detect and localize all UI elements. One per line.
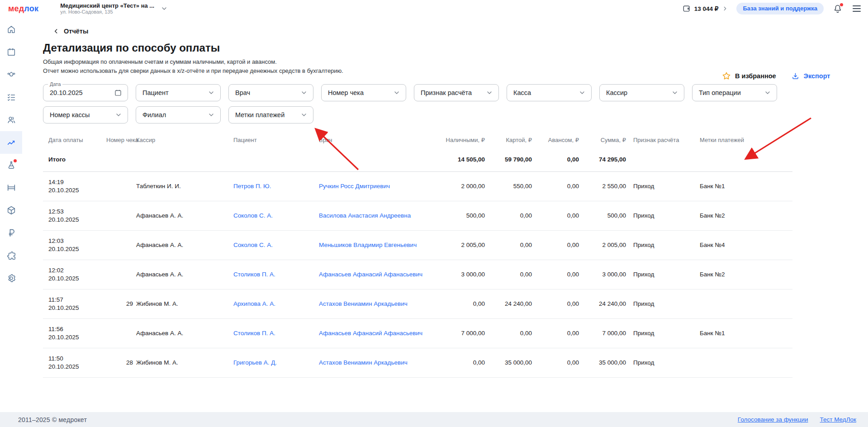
- patient-link[interactable]: Архипова А. А.: [233, 300, 275, 307]
- doctor-link[interactable]: Василова Анастасия Андреевна: [319, 212, 411, 219]
- receipt-cell: [106, 171, 133, 201]
- chevron-down-icon: [300, 89, 308, 96]
- page-subtitle-1: Общая информация по оплаченным счетам и …: [43, 58, 868, 66]
- home-icon: [6, 24, 16, 34]
- finance-ruble-icon: [6, 228, 16, 238]
- total-value: [106, 148, 133, 171]
- payment-datetime-cell: 12:5320.10.2025: [43, 201, 106, 230]
- chevron-down-icon: [115, 111, 122, 119]
- chevron-down-icon: [764, 89, 771, 96]
- doctor-link[interactable]: Астахов Вениамин Аркадьевич: [319, 359, 408, 366]
- filter-receipt-number-label: Номер чека: [328, 89, 364, 96]
- hospital-bed-icon: [6, 183, 16, 193]
- patient-link[interactable]: Столиков П. А.: [233, 271, 275, 278]
- receipt-cell: 29: [106, 289, 133, 318]
- sidebar-item-settings[interactable]: [0, 267, 22, 289]
- column-header: Признак расчёта: [626, 132, 700, 148]
- payment-date: 20.10.2025: [48, 275, 106, 283]
- type-cell: Приход: [626, 230, 700, 260]
- sidebar-item-home[interactable]: [0, 18, 22, 41]
- payment-date: 20.10.2025: [48, 186, 106, 195]
- patient-link[interactable]: Григорьев А. Д.: [233, 359, 277, 366]
- advance-cell: 0,00: [532, 289, 579, 318]
- label-cell: [700, 289, 792, 318]
- doctor-cell: Астахов Вениамин Аркадьевич: [317, 348, 430, 377]
- type-cell: Приход: [626, 260, 700, 289]
- chevron-down-icon: [393, 89, 400, 96]
- chevron-down-icon: [579, 89, 586, 96]
- medlock-logo: медлок: [8, 5, 38, 13]
- knowledge-base-button[interactable]: База знаний и поддержка: [736, 3, 824, 14]
- favorite-button[interactable]: В избранное: [722, 71, 776, 81]
- patients-icon: [6, 115, 16, 125]
- sidebar-item-analytics[interactable]: [0, 131, 22, 154]
- filter-payment-labels[interactable]: Метки платежей: [228, 106, 313, 123]
- sidebar-item-hospital[interactable]: [0, 176, 22, 199]
- test-medlock-link[interactable]: Тест МедЛок: [820, 416, 856, 423]
- vote-features-link[interactable]: Голосование за функции: [738, 416, 808, 423]
- sidebar-item-lab[interactable]: [0, 154, 22, 176]
- patient-link[interactable]: Соколов С. А.: [233, 212, 273, 219]
- doctor-link[interactable]: Астахов Вениамин Аркадьевич: [319, 300, 408, 307]
- type-cell: Приход: [626, 318, 700, 348]
- advance-cell: 0,00: [532, 171, 579, 201]
- sidebar-item-patients[interactable]: [0, 109, 22, 131]
- card-cell: 0,00: [485, 201, 532, 230]
- filter-date[interactable]: Дата 20.10.2025: [43, 84, 128, 101]
- filter-branch[interactable]: Филиал: [136, 106, 221, 123]
- clinic-address: ул. Ново-Садовая, 135: [60, 9, 154, 15]
- table-row: 11:5020.10.202528Жибинов М. А.Григорьев …: [43, 348, 792, 377]
- cashier-cell: Афанасьев А. А.: [133, 230, 231, 260]
- clinic-selector[interactable]: Медицинский центр «Тест» на ... ул. Ново…: [60, 2, 168, 15]
- filter-cashier-label: Кассир: [606, 89, 627, 96]
- export-button[interactable]: Экспорт: [791, 72, 830, 81]
- sum-cell: 500,00: [579, 201, 626, 230]
- filter-cash-register[interactable]: Касса: [507, 84, 592, 101]
- breadcrumb[interactable]: Отчёты: [53, 28, 868, 35]
- chevron-down-icon: [208, 111, 215, 119]
- doctor-link[interactable]: Меньшиков Владимир Евгеньевич: [319, 242, 417, 248]
- table-row: 11:5620.10.2025Афанасьев А. А.Столиков П…: [43, 318, 792, 348]
- chevron-right-icon[interactable]: [722, 5, 728, 12]
- sidebar-item-schedule[interactable]: [0, 41, 22, 63]
- total-value: 74 295,00: [579, 148, 626, 171]
- doctor-link[interactable]: Афанасьев Афанасий Афанасьевич: [319, 271, 422, 278]
- advance-cell: 0,00: [532, 201, 579, 230]
- patient-link[interactable]: Петров П. Ю.: [233, 183, 271, 190]
- cash-cell: 0,00: [430, 289, 485, 318]
- patient-cell: Соколов С. А.: [231, 201, 317, 230]
- sidebar-item-finance[interactable]: [0, 222, 22, 244]
- total-value: [231, 148, 317, 171]
- filter-operation-type[interactable]: Тип операции: [692, 84, 777, 101]
- filter-patient[interactable]: Пациент: [136, 84, 221, 101]
- sum-cell: 2 005,00: [579, 230, 626, 260]
- column-header: Сумма, ₽: [579, 132, 626, 148]
- sidebar-item-integrations[interactable]: [0, 244, 22, 267]
- payment-time: 12:53: [48, 208, 106, 216]
- patient-link[interactable]: Столиков П. А.: [233, 330, 275, 337]
- breadcrumb-label: Отчёты: [64, 28, 88, 35]
- sidebar-item-tasks[interactable]: [0, 86, 22, 109]
- menu-icon[interactable]: [853, 5, 861, 12]
- payment-datetime-cell: 11:5020.10.2025: [43, 348, 106, 377]
- filter-register-number[interactable]: Номер кассы: [43, 106, 128, 123]
- doctor-link[interactable]: Ручкин Росс Дмитриевич: [319, 183, 390, 190]
- sidebar-item-care[interactable]: [0, 63, 22, 86]
- table-row: 14:1920.10.2025Таблеткин И. И.Петров П. …: [43, 171, 792, 201]
- doctor-link[interactable]: Афанасьев Афанасий Афанасьевич: [319, 330, 422, 337]
- total-value: [626, 148, 700, 171]
- patient-cell: Архипова А. А.: [231, 289, 317, 318]
- filter-doctor[interactable]: Врач: [228, 84, 313, 101]
- main-content: Отчёты Детализация по способу оплаты Общ…: [22, 17, 868, 412]
- notifications-bell-icon[interactable]: [833, 4, 843, 14]
- filter-cashier[interactable]: Кассир: [599, 84, 684, 101]
- sidebar-item-stock[interactable]: [0, 199, 22, 222]
- star-icon: [722, 71, 731, 81]
- advance-cell: 0,00: [532, 230, 579, 260]
- patient-link[interactable]: Соколов С. А.: [233, 242, 273, 248]
- filter-receipt-number[interactable]: Номер чека: [321, 84, 406, 101]
- cashier-cell: Жибинов М. А.: [133, 289, 231, 318]
- filter-settlement-attribute[interactable]: Признак расчёта: [414, 84, 499, 101]
- payment-time: 11:56: [48, 325, 106, 333]
- card-cell: 35 000,00: [485, 348, 532, 377]
